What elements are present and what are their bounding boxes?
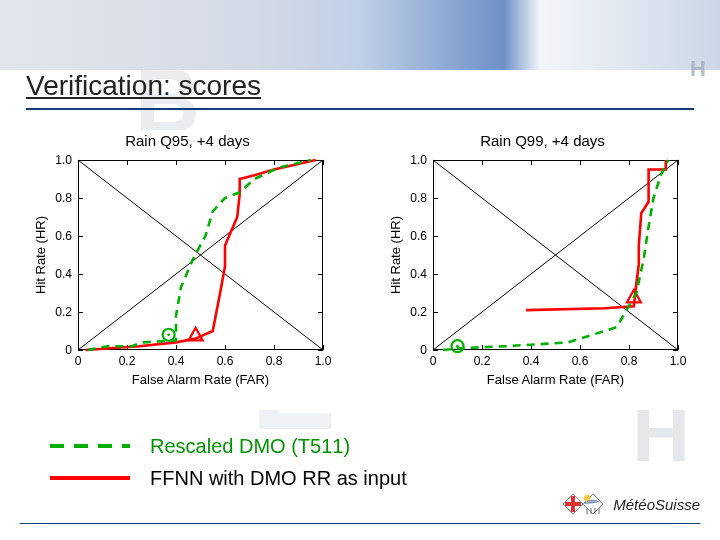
logo-meteosuisse: MétéoSuisse [561,490,700,518]
x-tick-label: 0.4 [168,354,185,368]
plot-area: 00.20.40.60.81.000.20.40.60.81.0Hit Rate… [433,160,678,350]
roc-chart-1: Rain Q99, +4 days00.20.40.60.81.000.20.4… [385,130,700,400]
legend-label-dmo: Rescaled DMO (T511) [150,435,350,458]
x-tick-label: 0.2 [119,354,136,368]
roc-chart-0: Rain Q95, +4 days00.20.40.60.81.000.20.4… [30,130,345,400]
slide-title: Verification: scores [26,70,261,102]
y-tick-label: 0.8 [55,191,72,205]
legend-label-ffnn: FFNN with DMO RR as input [150,467,407,490]
svg-point-4 [167,333,170,336]
title-underline [26,108,694,110]
y-tick-label: 0.2 [410,305,427,319]
y-axis-label: Hit Rate (HR) [388,216,403,294]
chart-title: Rain Q99, +4 days [385,132,700,149]
legend-swatch-solid [50,468,130,488]
swiss-cross-icon [561,490,605,518]
x-tick-label: 0.6 [572,354,589,368]
x-tick-label: 0.8 [266,354,283,368]
x-tick-label: 0.2 [474,354,491,368]
legend-row-dmo: Rescaled DMO (T511) [50,430,407,462]
x-tick-label: 1.0 [315,354,332,368]
y-tick-label: 0.8 [410,191,427,205]
y-tick-label: 1.0 [55,153,72,167]
charts-container: Rain Q95, +4 days00.20.40.60.81.000.20.4… [30,130,700,410]
footer-line [20,523,700,524]
svg-point-9 [456,345,459,348]
x-tick-label: 0 [75,354,82,368]
x-tick-label: 0.8 [621,354,638,368]
plot-svg [78,160,323,350]
series-rescaled dmo [88,160,311,350]
chart-title: Rain Q95, +4 days [30,132,345,149]
x-tick-label: 0 [430,354,437,368]
y-tick-label: 1.0 [410,153,427,167]
x-axis-label: False Alarm Rate (FAR) [487,372,624,387]
y-tick-label: 0.4 [410,267,427,281]
y-axis-label: Hit Rate (HR) [33,216,48,294]
y-tick-label: 0.4 [55,267,72,281]
svg-rect-13 [565,502,581,506]
legend: Rescaled DMO (T511) FFNN with DMO RR as … [50,430,407,494]
x-tick-label: 0.6 [217,354,234,368]
legend-swatch-dashed [50,436,130,456]
x-tick-label: 0.4 [523,354,540,368]
logo-text: MétéoSuisse [613,496,700,513]
plot-svg [433,160,678,350]
y-tick-label: 0.6 [55,229,72,243]
y-tick-label: 0.6 [410,229,427,243]
y-tick-label: 0 [420,343,427,357]
series-ffnn [526,160,666,310]
y-tick-label: 0 [65,343,72,357]
y-tick-label: 0.2 [55,305,72,319]
plot-area: 00.20.40.60.81.000.20.40.60.81.0Hit Rate… [78,160,323,350]
legend-row-ffnn: FFNN with DMO RR as input [50,462,407,494]
x-tick-label: 1.0 [670,354,687,368]
x-axis-label: False Alarm Rate (FAR) [132,372,269,387]
